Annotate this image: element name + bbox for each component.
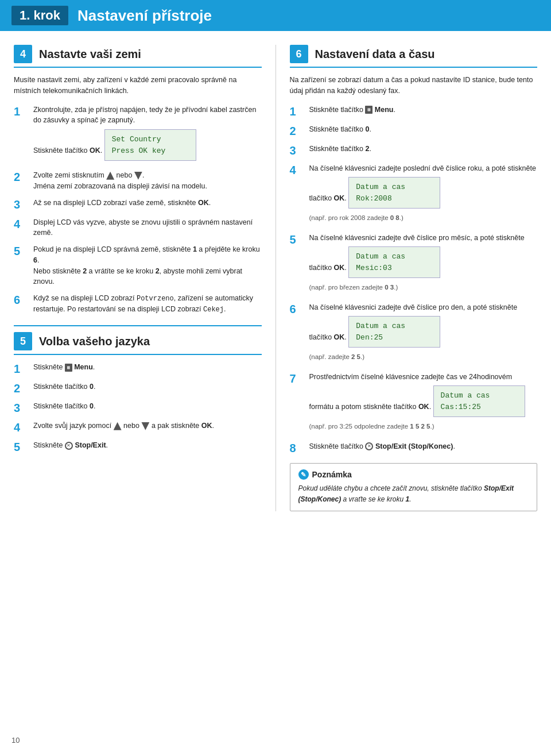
step-5-2: 2 Stiskněte tlačítko 0.	[14, 381, 262, 395]
note-box: ✎ Poznámka Pokud uděláte chybu a chcete …	[290, 463, 538, 511]
step-badge: 1. krok	[11, 6, 68, 25]
section6-title: Nastavení data a času	[315, 48, 435, 61]
step-num-4-2: 2	[14, 170, 28, 184]
down-icon-2	[141, 422, 149, 430]
step-text-5-4: Zvolte svůj jazyk pomocí nebo a pak stis…	[33, 421, 214, 431]
note-text: Pokud uděláte chybu a chcete začít znovu…	[298, 483, 529, 505]
step-num-5-3: 3	[14, 401, 28, 415]
step-num-5-4: 4	[14, 421, 28, 434]
step-text-5-5: Stiskněte Stop/Exit.	[33, 440, 108, 451]
up-icon-2	[114, 422, 122, 430]
section4-number: 4	[14, 45, 32, 63]
step-4-5: 5 Pokud je na displeji LCD správná země,…	[14, 244, 262, 287]
section6-intro: Na zařízení se zobrazí datum a čas a pok…	[290, 75, 538, 97]
step-text-6-7: Prostřednictvím číselné klávesnice zadej…	[309, 372, 538, 435]
caption-cas: (např. pro 3:25 odpoledne zadejte 1 5 2 …	[309, 422, 538, 431]
step-6-5: 5 Na číselné klávesnici zadejte dvě čísl…	[290, 233, 538, 296]
step-text-6-2: Stiskněte tlačítko 0.	[309, 124, 371, 135]
step-5-3: 3 Stiskněte tlačítko 0.	[14, 401, 262, 415]
section4-intro: Musíte nastavit zemi, aby zařízení v kaž…	[14, 75, 262, 97]
menu-icon: ▦	[65, 364, 72, 372]
step-text-4-2: Zvolte zemi stisknutím nebo . Jména zemí…	[33, 170, 207, 192]
step-6-1: 1 Stiskněte tlačítko ▦ Menu.	[290, 105, 538, 118]
right-column: 6 Nastavení data a času Na zařízení se z…	[276, 45, 538, 511]
caption-den: (např. zadejte 2 5.)	[309, 352, 538, 362]
step-text-4-3: Až se na displeji LCD zobrazí vaše země,…	[33, 198, 211, 209]
step-text-6-5: Na číselné klávesnici zadejte dvě číslic…	[309, 233, 538, 296]
note-title: ✎ Poznámka	[298, 469, 529, 480]
lcd-set-country: Set CountryPress OK key	[104, 129, 196, 161]
step-text-5-1: Stiskněte ▦ Menu.	[33, 362, 95, 373]
step-6-4: 4 Na číselné klávesnici zadejte poslední…	[290, 163, 538, 227]
step-text-6-6: Na číselné klávesnici zadejte dvě číslic…	[309, 302, 538, 366]
step-6-8: 8 Stiskněte tlačítko Stop/Exit (Stop/Kon…	[290, 441, 538, 455]
step-num-5-1: 1	[14, 362, 28, 376]
step-num-6-8: 8	[290, 441, 304, 455]
left-column: 4 Nastavte vaši zemi Musíte nastavit zem…	[14, 45, 262, 511]
step-num-4-3: 3	[14, 198, 28, 211]
menu-icon-2: ▦	[365, 106, 372, 114]
step-num-6-7: 7	[290, 372, 304, 385]
up-icon	[106, 172, 114, 180]
section5-number: 5	[14, 332, 32, 350]
step-num-5-2: 2	[14, 381, 28, 395]
step-6-6: 6 Na číselné klávesnici zadejte dvě čísl…	[290, 302, 538, 366]
page-header: 1. krok Nastavení přístroje	[0, 0, 551, 31]
step-num-4-5: 5	[14, 244, 28, 258]
section4-title: Nastavte vaši zemi	[39, 48, 141, 61]
step-num-6-1: 1	[290, 105, 304, 118]
step-4-2: 2 Zvolte zemi stisknutím nebo . Jména ze…	[14, 170, 262, 192]
main-content: 4 Nastavte vaši zemi Musíte nastavit zem…	[0, 31, 551, 523]
lcd-den: Datum a casDen:25	[348, 316, 440, 348]
step-num-5-5: 5	[14, 440, 28, 454]
step-num-6-3: 3	[290, 144, 304, 157]
step-text-6-8: Stiskněte tlačítko Stop/Exit (Stop/Konec…	[309, 441, 455, 452]
step-text-4-4: Displej LCD vás vyzve, abyste se znovu u…	[33, 217, 262, 239]
lcd-cas: Datum a casCas:15:25	[433, 385, 525, 417]
step-text-6-4: Na číselné klávesnici zadejte poslední d…	[309, 163, 538, 227]
step-5-4: 4 Zvolte svůj jazyk pomocí nebo a pak st…	[14, 421, 262, 434]
caption-rok: (např. pro rok 2008 zadejte 0 8.)	[309, 213, 538, 223]
step-text-4-5: Pokud je na displeji LCD správná země, s…	[33, 244, 262, 287]
step-4-3: 3 Až se na displeji LCD zobrazí vaše zem…	[14, 198, 262, 211]
step-num-6-4: 4	[290, 163, 304, 177]
stop-icon-2	[365, 442, 373, 450]
step-5-5: 5 Stiskněte Stop/Exit.	[14, 440, 262, 454]
page-number: 10	[11, 736, 20, 745]
section5-header: 5 Volba vašeho jazyka	[14, 332, 262, 355]
lcd-mesic: Datum a casMesic:03	[348, 246, 440, 278]
page-title: Nastavení přístroje	[77, 7, 212, 25]
step-num-6-6: 6	[290, 302, 304, 316]
caption-mesic: (např. pro březen zadejte 0 3.)	[309, 283, 538, 292]
step-num-4-1: 1	[14, 105, 28, 118]
step-num-6-2: 2	[290, 124, 304, 138]
step-text-4-6: Když se na displeji LCD zobrazí Potvrzen…	[33, 293, 262, 315]
step-5-1: 1 Stiskněte ▦ Menu.	[14, 362, 262, 376]
section5: 5 Volba vašeho jazyka 1 Stiskněte ▦ Menu…	[14, 325, 262, 454]
step-4-4: 4 Displej LCD vás vyzve, abyste se znovu…	[14, 217, 262, 239]
step-6-3: 3 Stiskněte tlačítko 2.	[290, 144, 538, 157]
step-text-5-3: Stiskněte tlačítko 0.	[33, 401, 95, 412]
step-4-1: 1 Zkontrolujte, zda je přístroj napájen,…	[14, 105, 262, 165]
note-icon: ✎	[298, 469, 309, 480]
step-num-4-6: 6	[14, 293, 28, 307]
section5-title: Volba vašeho jazyka	[39, 335, 150, 348]
section6-number: 6	[290, 45, 308, 63]
section6-header: 6 Nastavení data a času	[290, 45, 538, 68]
step-text-6-1: Stiskněte tlačítko ▦ Menu.	[309, 105, 395, 115]
step-text-5-2: Stiskněte tlačítko 0.	[33, 381, 95, 392]
step-text-6-3: Stiskněte tlačítko 2.	[309, 144, 371, 155]
step-num-6-5: 5	[290, 233, 304, 246]
step-text-4-1: Zkontrolujte, zda je přístroj napájen, t…	[33, 105, 262, 165]
step-6-7: 7 Prostřednictvím číselné klávesnice zad…	[290, 372, 538, 435]
step-6-2: 2 Stiskněte tlačítko 0.	[290, 124, 538, 138]
lcd-rok: Datum a casRok:2008	[348, 177, 440, 209]
section4-header: 4 Nastavte vaši zemi	[14, 45, 262, 68]
step-num-4-4: 4	[14, 217, 28, 231]
down-icon	[134, 172, 142, 180]
stop-icon	[65, 442, 73, 450]
step-4-6: 6 Když se na displeji LCD zobrazí Potvrz…	[14, 293, 262, 315]
